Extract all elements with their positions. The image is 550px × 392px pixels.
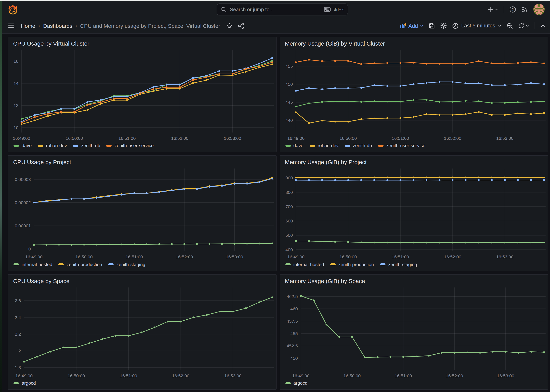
breadcrumb-dashboards[interactable]: Dashboards: [43, 23, 72, 29]
chevron-down-icon: [498, 24, 501, 28]
legend-series-chip: [380, 263, 385, 265]
legend-item[interactable]: zenith-staging: [380, 262, 417, 267]
chevron-up-icon[interactable]: [540, 23, 545, 28]
news-button[interactable]: [522, 6, 528, 13]
legend-item[interactable]: argocd: [14, 380, 36, 386]
svg-text:16:50:00: 16:50:00: [339, 136, 356, 141]
svg-text:16:51:00: 16:51:00: [392, 136, 409, 141]
svg-text:16:49:00: 16:49:00: [287, 254, 304, 259]
svg-text:450: 450: [290, 356, 298, 361]
legend-item[interactable]: zenith-db: [345, 143, 372, 148]
chart-canvas[interactable]: 16:49:0016:50:0016:51:0016:52:0016:53:00…: [8, 285, 276, 380]
svg-text:460: 460: [290, 306, 298, 311]
legend-item[interactable]: argocd: [285, 380, 307, 386]
grafana-logo[interactable]: [7, 4, 18, 15]
panel-title[interactable]: CPU Usage by Space: [8, 274, 276, 285]
save-icon[interactable]: [429, 23, 435, 29]
legend-item[interactable]: rohan-dev: [38, 143, 67, 148]
keyboard-icon: [324, 7, 331, 12]
panel-title[interactable]: CPU Usage by Project: [8, 156, 276, 166]
chart-canvas[interactable]: 16:49:0016:50:0016:51:0016:52:0016:53:00…: [280, 48, 548, 143]
svg-text:0.00002: 0.00002: [15, 200, 31, 205]
legend-series-chip: [14, 382, 19, 384]
mega-menu-button[interactable]: [7, 22, 15, 29]
breadcrumb-home[interactable]: Home: [21, 23, 35, 29]
legend: internal-hostedzenith-productionzenith-s…: [280, 261, 548, 271]
legend-item[interactable]: zenith-production: [58, 262, 102, 267]
panel: Memory Usage (GiB) by Project16:49:0016:…: [279, 155, 548, 271]
avatar-pixel-art: [533, 4, 545, 15]
svg-text:16:53:00: 16:53:00: [226, 254, 243, 259]
svg-text:450: 450: [285, 82, 292, 87]
user-avatar[interactable]: [533, 4, 545, 15]
svg-text:462.5: 462.5: [286, 294, 297, 299]
legend-series-chip: [73, 145, 78, 147]
svg-text:455: 455: [285, 64, 292, 69]
svg-text:16:49:00: 16:49:00: [287, 136, 304, 141]
panel-title[interactable]: CPU Usage by Virtual Cluster: [8, 37, 276, 48]
legend-item[interactable]: zenith-staging: [108, 262, 145, 267]
svg-text:0.00001: 0.00001: [15, 224, 31, 228]
screen: Search or jump to... ctrl+k: [0, 0, 550, 392]
svg-text:16:52:00: 16:52:00: [444, 254, 461, 259]
legend-item[interactable]: zenith-db: [73, 143, 100, 148]
svg-text:1.8: 1.8: [15, 365, 21, 370]
add-button[interactable]: Add: [400, 23, 424, 29]
legend-item[interactable]: zenith-user-service: [106, 143, 154, 148]
new-menu-button[interactable]: [488, 7, 498, 12]
rss-icon: [522, 6, 528, 13]
breadcrumb-separator: ›: [38, 23, 40, 28]
legend-series-label: zenith-db: [353, 143, 372, 148]
panel-title[interactable]: Memory Usage (GiB) by Space: [280, 274, 548, 285]
legend-series-label: rohan-dev: [318, 143, 339, 148]
breadcrumb: Home › Dashboards › CPU and Memory usage…: [21, 23, 220, 29]
svg-text:16:52:00: 16:52:00: [176, 254, 193, 259]
svg-text:16:53:00: 16:53:00: [224, 136, 241, 141]
svg-text:455: 455: [290, 331, 298, 336]
legend-series-chip: [285, 263, 291, 265]
chart-canvas[interactable]: 16:49:0016:50:0016:51:0016:52:0016:53:00…: [280, 166, 548, 261]
legend: internal-hostedzenith-productionzenith-s…: [8, 261, 276, 271]
legend-series-label: dave: [293, 143, 303, 148]
svg-text:10: 10: [14, 125, 19, 130]
svg-text:16:50:00: 16:50:00: [343, 373, 360, 378]
chart-canvas[interactable]: 16:49:0016:50:0016:51:0016:52:0016:53:00…: [8, 166, 276, 261]
svg-text:16:49:00: 16:49:00: [15, 373, 33, 378]
legend-series-label: zenith-user-service: [115, 143, 154, 148]
svg-text:16:51:00: 16:51:00: [392, 254, 409, 259]
search-input[interactable]: Search or jump to... ctrl+k: [217, 3, 348, 15]
help-icon: ?: [509, 6, 516, 13]
legend-item[interactable]: dave: [14, 143, 32, 148]
legend-item[interactable]: rohan-dev: [310, 143, 339, 148]
time-range-picker[interactable]: Last 5 minutes: [452, 23, 501, 29]
desktop-background-sliver: [0, 1, 2, 392]
panel-title[interactable]: Memory Usage (GiB) by Project: [280, 156, 548, 166]
panel: CPU Usage by Space16:49:0016:50:0016:51:…: [8, 274, 276, 390]
svg-text:2.2: 2.2: [15, 331, 21, 336]
refresh-button[interactable]: [518, 23, 529, 29]
legend-series-label: zenith-db: [81, 143, 100, 148]
plus-icon: [488, 7, 494, 12]
help-button[interactable]: ?: [509, 6, 516, 13]
legend-item[interactable]: internal-hosted: [285, 262, 324, 267]
svg-text:16:50:00: 16:50:00: [66, 136, 83, 141]
legend-item[interactable]: zenith-user-service: [378, 143, 425, 148]
time-range-label: Last 5 minutes: [461, 23, 495, 28]
share-icon[interactable]: [238, 23, 244, 29]
legend-item[interactable]: zenith-production: [330, 262, 374, 267]
zoom-out-icon[interactable]: [507, 23, 513, 29]
grafana-logo-icon: [7, 4, 18, 15]
legend-series-label: argocd: [22, 380, 36, 386]
legend-item[interactable]: dave: [285, 143, 303, 148]
chart-canvas[interactable]: 16:49:0016:50:0016:51:0016:52:0016:53:00…: [280, 285, 548, 380]
star-icon[interactable]: [226, 23, 232, 29]
legend-series-chip: [38, 145, 43, 147]
settings-gear-icon[interactable]: [440, 22, 447, 29]
panel-title[interactable]: Memory Usage (GiB) by Virtual Cluster: [280, 37, 548, 48]
breadcrumb-current: CPU and Memory usage by Project, Space, …: [80, 23, 220, 29]
chart-canvas[interactable]: 16:49:0016:50:0016:51:0016:52:0016:53:00…: [8, 48, 276, 143]
legend-series-label: internal-hosted: [22, 262, 52, 267]
chevron-down-icon: [495, 8, 498, 11]
legend-item[interactable]: internal-hosted: [14, 262, 52, 267]
legend-series-label: dave: [22, 143, 32, 148]
